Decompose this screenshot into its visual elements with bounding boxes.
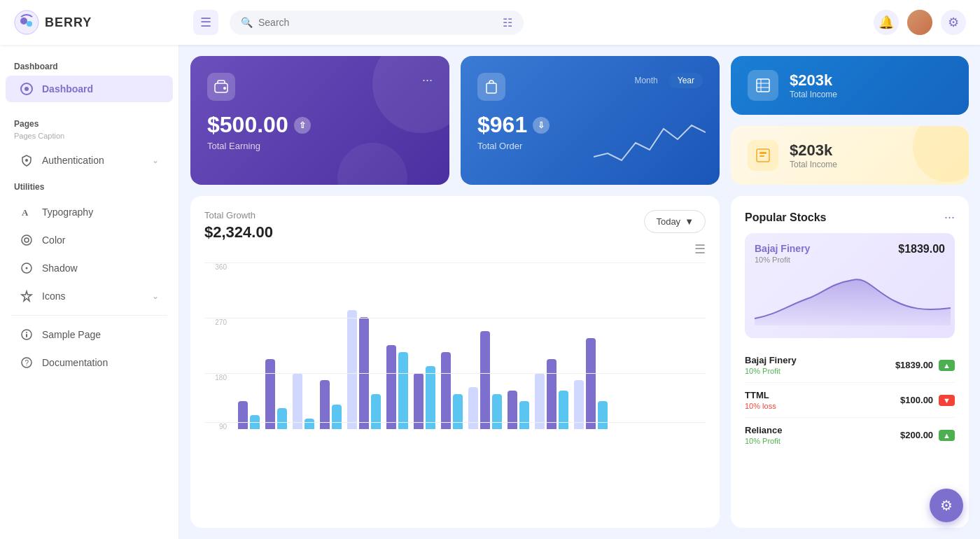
wallet-icon [214, 79, 229, 94]
menu-button[interactable]: ☰ [193, 10, 218, 35]
svg-point-8 [24, 238, 29, 242]
stock-name-1: Bajaj Finery [745, 355, 797, 365]
income-info-yellow: $203k Total Income [790, 141, 837, 169]
chevron-down-icon: ⌄ [152, 155, 159, 165]
income-amount-blue: $203k [790, 71, 837, 90]
topbar: BERRY ☰ 🔍 ☷ 🔔 ⚙ [0, 0, 980, 45]
stock-right-1: $1839.00 ▲ [895, 360, 955, 371]
search-input[interactable] [258, 17, 497, 28]
notification-button[interactable]: 🔔 [874, 10, 899, 35]
sidebar-item-shadow[interactable]: Shadow [6, 255, 173, 281]
earning-amount: $500.00 ⇧ [207, 112, 433, 138]
stock-change-1: 10% Profit [745, 367, 797, 375]
stock-right-3: $200.00 ▲ [900, 430, 955, 441]
docs-icon: ? [20, 356, 34, 369]
stocks-title: Popular Stocks [745, 211, 826, 224]
sidebar-item-authentication[interactable]: Authentication ⌄ [6, 147, 173, 174]
stock-change-3: 10% Profit [745, 437, 782, 445]
sidebar-item-label: Dashboard [42, 83, 93, 94]
fab-gear-icon: ⚙ [940, 497, 953, 514]
filter-icon[interactable]: ☷ [503, 16, 512, 29]
sidebar-item-documentation[interactable]: ? Documentation [6, 349, 173, 376]
stock-info-3: Reliance 10% Profit [745, 425, 782, 445]
logo-area: BERRY [14, 10, 182, 35]
sidebar-item-label: Sample Page [42, 329, 101, 340]
svg-rect-24 [760, 152, 766, 154]
sidebar-item-dashboard[interactable]: Dashboard [6, 76, 173, 102]
toggle-month-btn[interactable]: Month [626, 73, 666, 88]
stocks-menu-icon[interactable]: ··· [944, 210, 955, 225]
sidebar-section-pages-subtitle: Pages Caption [0, 132, 178, 146]
up-badge-1: ▲ [939, 360, 955, 371]
earning-card-icon-box [207, 73, 235, 101]
bell-icon: 🔔 [878, 15, 894, 30]
main-layout: Dashboard Dashboard Pages Pages Caption … [0, 45, 980, 539]
table-icon [755, 78, 771, 93]
settings-button[interactable]: ⚙ [941, 10, 966, 35]
svg-rect-19 [757, 79, 769, 92]
income-icon-yellow [748, 140, 778, 171]
stock-name-3: Reliance [745, 425, 782, 435]
avatar[interactable] [907, 10, 932, 35]
sidebar-item-label: Color [42, 234, 65, 246]
stock-name-2: TTML [745, 390, 776, 400]
icons-nav-icon [20, 290, 34, 302]
income-card-yellow: $203k Total Income [731, 126, 969, 185]
stock-item-2: TTML 10% loss $100.00 ▼ [745, 383, 955, 418]
income-info-blue: $203k Total Income [790, 71, 837, 99]
svg-rect-18 [486, 83, 496, 93]
svg-point-4 [24, 87, 29, 91]
svg-text:A: A [22, 207, 29, 218]
earning-card-menu[interactable]: ··· [422, 73, 433, 88]
bar-chart-container: 360 270 180 90 [204, 262, 706, 430]
register-icon [755, 148, 771, 163]
dashboard-icon [20, 83, 34, 95]
sidebar-item-sample-page[interactable]: Sample Page [6, 321, 173, 348]
order-icon-box [477, 73, 505, 101]
stock-item-1: Bajaj Finery 10% Profit $1839.00 ▲ [745, 348, 955, 383]
sidebar-item-label: Icons [42, 290, 65, 302]
featured-stock-chart [755, 270, 951, 326]
sidebar: Dashboard Dashboard Pages Pages Caption … [0, 45, 179, 539]
sidebar-item-label: Typography [42, 206, 93, 218]
utilities-label: Utilities [0, 179, 178, 197]
down-badge-2: ▼ [939, 395, 955, 406]
color-icon [20, 234, 34, 246]
toggle-year-btn[interactable]: Year [669, 73, 703, 88]
today-button[interactable]: Today ▼ [644, 210, 706, 233]
grid-label: 180 [204, 374, 227, 382]
featured-stock-price: $1839.00 [898, 243, 945, 255]
sidebar-item-label: Authentication [42, 155, 104, 166]
sidebar-item-label: Documentation [42, 357, 108, 368]
featured-stock-info: Bajaj Finery 10% Profit [755, 243, 810, 264]
earning-label: Total Earning [207, 141, 433, 151]
sidebar-item-typography[interactable]: A Typography [6, 199, 173, 225]
svg-point-7 [22, 235, 31, 245]
earning-card: ··· $500.00 ⇧ Total Earning [190, 56, 449, 185]
stock-price-2: $100.00 [900, 395, 933, 405]
income-card-blue: $203k Total Income [731, 56, 969, 115]
svg-point-10 [26, 267, 28, 270]
search-bar: 🔍 ☷ [230, 10, 524, 35]
svg-text:?: ? [25, 359, 29, 367]
app-name: BERRY [45, 15, 92, 30]
svg-point-1 [20, 18, 27, 24]
chart-menu-icon[interactable]: ☰ [204, 241, 706, 257]
chevron-down-icon: ▼ [685, 216, 694, 227]
bottom-row: Total Growth $2,324.00 Today ▼ ☰ 360 [190, 196, 969, 528]
content-area: ··· $500.00 ⇧ Total Earning [179, 45, 980, 539]
income-label-blue: Total Income [790, 90, 837, 99]
fab-button[interactable]: ⚙ [930, 489, 963, 522]
stock-item-3: Reliance 10% Profit $200.00 ▲ [745, 418, 955, 452]
sidebar-item-icons[interactable]: Icons ⌄ [6, 283, 173, 309]
sidebar-item-color[interactable]: Color [6, 227, 173, 253]
featured-stock-name: Bajaj Finery [755, 243, 810, 254]
order-card-top: Month Year [477, 73, 703, 101]
svg-point-2 [27, 21, 32, 27]
svg-point-17 [223, 87, 226, 90]
income-amount-yellow: $203k [790, 141, 837, 160]
chart-grid: 360 270 180 90 [204, 262, 706, 430]
featured-stock: Bajaj Finery 10% Profit $1839.00 [745, 233, 955, 338]
svg-point-12 [26, 332, 27, 333]
earning-card-header: ··· [207, 73, 433, 101]
